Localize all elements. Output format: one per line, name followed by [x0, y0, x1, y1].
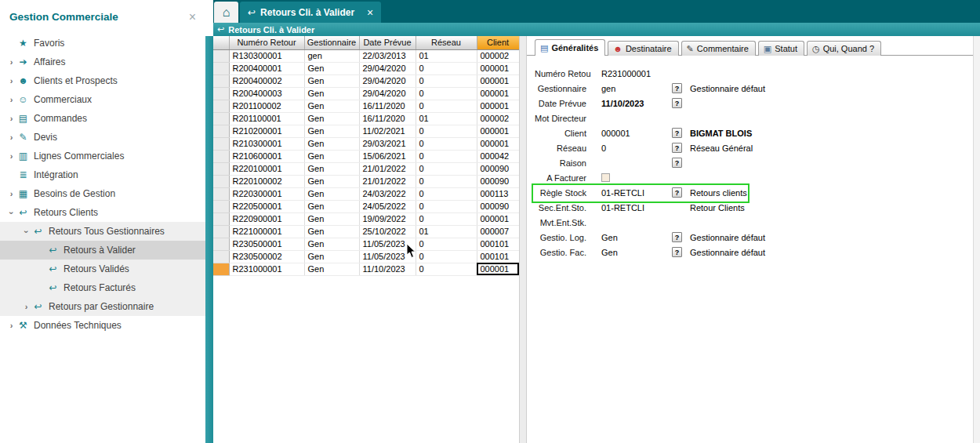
row-selector[interactable]	[213, 62, 229, 74]
cell-gestionnaire[interactable]: Gen	[304, 87, 359, 100]
cell-gestionnaire[interactable]: Gen	[304, 238, 359, 250]
cell-reseau[interactable]: 0	[416, 263, 477, 275]
row-selector[interactable]	[213, 200, 229, 212]
cell-reseau[interactable]: 0	[416, 74, 477, 87]
cell-numero-retour[interactable]: R230500002	[229, 250, 304, 263]
sidebar-item-clients-et-prospects[interactable]: ›☻Clients et Prospects	[0, 71, 205, 90]
cell-client[interactable]: 000101	[477, 238, 519, 250]
cell-gestionnaire[interactable]: Gen	[304, 112, 359, 125]
tab-generalites[interactable]: ▤Généralités	[535, 39, 605, 56]
cell-client[interactable]: 000090	[477, 200, 519, 212]
cell-date-prevue[interactable]: 24/03/2022	[359, 187, 416, 200]
cell-reseau[interactable]: 0	[416, 137, 477, 150]
row-selector[interactable]	[213, 187, 229, 200]
cell-date-prevue[interactable]: 29/04/2020	[359, 74, 416, 87]
cell-date-prevue[interactable]: 11/10/2023	[359, 263, 416, 275]
chevron-right-icon[interactable]: ›	[6, 152, 16, 161]
cell-numero-retour[interactable]: R200400002	[229, 74, 304, 87]
cell-numero-retour[interactable]: R210300001	[229, 137, 304, 150]
column-header-reseau[interactable]: Réseau	[416, 36, 477, 49]
sidebar-item-devis[interactable]: ›✎Devis	[0, 128, 205, 147]
cell-numero-retour[interactable]: R231000001	[229, 263, 304, 275]
cell-date-prevue[interactable]: 29/03/2021	[359, 137, 416, 150]
cell-reseau[interactable]: 0	[416, 212, 477, 225]
row-selector[interactable]	[213, 225, 229, 238]
cell-numero-retour[interactable]: R220100002	[229, 175, 304, 187]
field-value-numero-retou[interactable]: R231000001	[601, 69, 672, 78]
cell-numero-retour[interactable]: R230500001	[229, 238, 304, 250]
cell-date-prevue[interactable]: 29/04/2020	[359, 87, 416, 100]
chevron-right-icon[interactable]: ›	[6, 96, 16, 104]
cell-numero-retour[interactable]: R200400003	[229, 87, 304, 100]
cell-numero-retour[interactable]: R201100001	[229, 112, 304, 125]
cell-client[interactable]: 000001	[477, 87, 519, 100]
cell-reseau[interactable]: 0	[416, 87, 477, 100]
sidebar-item-commandes[interactable]: ›▤Commandes	[0, 109, 205, 128]
chevron-down-icon[interactable]: ›	[22, 227, 31, 237]
cell-client[interactable]: 000001	[477, 263, 519, 275]
close-icon[interactable]: ×	[189, 11, 196, 24]
row-selector[interactable]	[213, 112, 229, 125]
cell-client[interactable]: 000007	[477, 225, 519, 238]
cell-reseau[interactable]: 0	[416, 175, 477, 187]
field-value-gestionnaire[interactable]: gen	[601, 84, 672, 93]
help-button[interactable]: ?	[672, 128, 682, 138]
cell-gestionnaire[interactable]: Gen	[304, 250, 359, 263]
tab-destinataire[interactable]: ☻Destinataire	[608, 41, 678, 56]
chevron-down-icon[interactable]: ›	[7, 208, 16, 218]
column-header-numero-retour[interactable]: Numéro Retour	[229, 36, 304, 49]
cell-reseau[interactable]: 0	[416, 187, 477, 200]
row-selector[interactable]	[213, 125, 229, 137]
row-selector[interactable]	[213, 263, 229, 275]
cell-date-prevue[interactable]: 21/01/2022	[359, 175, 416, 187]
cell-gestionnaire[interactable]: Gen	[304, 200, 359, 212]
chevron-right-icon[interactable]: ›	[6, 133, 16, 142]
sidebar-item-retours-a-valider[interactable]: ↩Retours à Valider	[0, 241, 205, 260]
cell-reseau[interactable]: 0	[416, 200, 477, 212]
column-header-gestionnaire[interactable]: Gestionnaire	[304, 36, 359, 49]
cell-reseau[interactable]: 0	[416, 162, 477, 175]
cell-gestionnaire[interactable]: Gen	[304, 263, 359, 275]
close-icon[interactable]: ×	[367, 7, 373, 18]
cell-client[interactable]: 000001	[477, 125, 519, 137]
cell-date-prevue[interactable]: 16/11/2020	[359, 100, 416, 112]
cell-reseau[interactable]: 0	[416, 150, 477, 162]
field-value-client[interactable]: 000001	[601, 129, 672, 138]
field-value-date-prevue[interactable]: 11/10/2023	[601, 99, 672, 108]
cell-date-prevue[interactable]: 16/11/2020	[359, 112, 416, 125]
field-value-sec-ent-sto[interactable]: 01-RETCLI	[601, 203, 672, 212]
cell-reseau[interactable]: 0	[416, 62, 477, 74]
tab-commentaire[interactable]: ✎Commentaire	[681, 41, 756, 56]
row-selector[interactable]	[213, 212, 229, 225]
cell-gestionnaire[interactable]: Gen	[304, 150, 359, 162]
cell-numero-retour[interactable]: R221000001	[229, 225, 304, 238]
cell-reseau[interactable]: 0	[416, 100, 477, 112]
cell-client[interactable]: 000001	[477, 74, 519, 87]
sidebar-item-affaires[interactable]: ›➔Affaires	[0, 53, 205, 71]
chevron-right-icon[interactable]: ›	[6, 58, 16, 67]
row-selector[interactable]	[213, 74, 229, 87]
cell-date-prevue[interactable]: 29/04/2020	[359, 62, 416, 74]
cell-client[interactable]: 000001	[477, 137, 519, 150]
cell-client[interactable]: 000001	[477, 212, 519, 225]
cell-date-prevue[interactable]: 15/06/2021	[359, 150, 416, 162]
row-selector[interactable]	[213, 238, 229, 250]
tab-qui-quand[interactable]: ◷Qui, Quand ?	[807, 41, 881, 56]
cell-client[interactable]: 000002	[477, 112, 519, 125]
sidebar-item-lignes-commerciales[interactable]: ›▥Lignes Commerciales	[0, 147, 205, 165]
pane-splitter[interactable]	[519, 36, 527, 443]
cell-client[interactable]: 000101	[477, 250, 519, 263]
chevron-right-icon[interactable]: ›	[6, 321, 16, 330]
sidebar-item-donnees-techniques[interactable]: ›⚒Données Techniques	[0, 316, 205, 335]
sidebar-item-commerciaux[interactable]: ›☺Commerciaux	[0, 90, 205, 109]
a-facturer-checkbox[interactable]	[601, 173, 610, 182]
cell-date-prevue[interactable]: 25/10/2022	[359, 225, 416, 238]
cell-gestionnaire[interactable]: Gen	[304, 187, 359, 200]
help-button[interactable]: ?	[672, 232, 682, 242]
sidebar-item-retours-factures[interactable]: ↩Retours Facturés	[0, 278, 205, 297]
cell-numero-retour[interactable]: R220100001	[229, 162, 304, 175]
cell-reseau[interactable]: 0	[416, 250, 477, 263]
cell-client[interactable]: 000113	[477, 187, 519, 200]
cell-client[interactable]: 000090	[477, 162, 519, 175]
help-button[interactable]: ?	[672, 143, 682, 153]
